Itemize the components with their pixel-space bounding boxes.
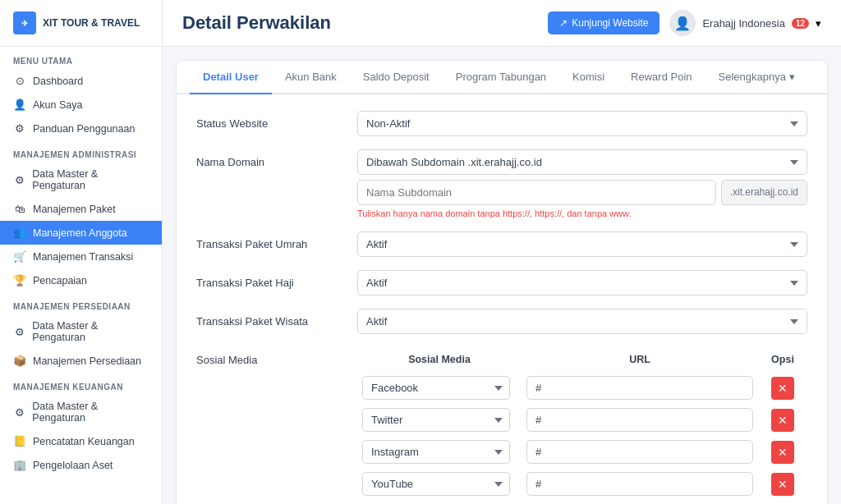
social-media-row: FacebookTwitterInstagramYouTubeLinkedInT…	[357, 468, 807, 500]
achievement-icon: 🏆	[13, 274, 26, 286]
inventory-icon: 📦	[13, 355, 26, 367]
sidebar-item-panduan[interactable]: ⚙ Panduan Penggunaan	[0, 117, 162, 140]
menu-utama-title: MENU UTAMA	[0, 47, 162, 69]
sidebar-item-manajemen-paket[interactable]: 🛍 Manajemen Paket	[0, 197, 162, 221]
external-link-icon: ↗	[559, 17, 568, 29]
notification-badge: 12	[792, 18, 809, 29]
user-info[interactable]: 👤 Erahajj Indonesia 12 ▾	[669, 10, 821, 36]
nama-domain-select[interactable]: Dibawah Subdomain .xit.erahajj.co.id Dom…	[357, 149, 807, 175]
sidebar-item-pencapaian[interactable]: 🏆 Pencapaian	[0, 268, 162, 292]
settings-icon: ⚙	[13, 174, 25, 186]
topbar: Detail Perwakilan ↗ Kunjungi Website 👤 E…	[163, 0, 841, 47]
delete-social-button[interactable]: ✕	[771, 473, 794, 496]
sidebar-item-label: Dashboard	[33, 76, 83, 87]
sidebar-item-pengelolaan-aset[interactable]: 🏢 Pengelolaan Aset	[0, 453, 162, 477]
social-media-row: FacebookTwitterInstagramYouTubeLinkedInT…	[357, 500, 807, 504]
tab-saldo-deposit[interactable]: Saldo Deposit	[350, 61, 443, 94]
visit-btn-label: Kunjungi Website	[572, 17, 648, 29]
social-url-input[interactable]	[526, 408, 753, 432]
chevron-down-icon: ▾	[816, 17, 821, 30]
logo-text: XIT TOUR & TRAVEL	[43, 17, 140, 29]
col-opsi: Opsi	[758, 347, 807, 372]
sidebar-item-manajemen-persediaan[interactable]: 📦 Manajemen Persediaan	[0, 349, 162, 373]
asset-icon: 🏢	[13, 459, 26, 471]
social-media-row: FacebookTwitterInstagramYouTubeLinkedInT…	[357, 372, 807, 404]
transaksi-haji-control: Aktif Non-Aktif	[357, 270, 807, 296]
tab-reward-poin[interactable]: Reward Poin	[618, 61, 705, 94]
sidebar-item-akun-saya[interactable]: 👤 Akun Saya	[0, 93, 162, 117]
subdomain-input[interactable]	[357, 180, 716, 205]
sosial-media-label: Sosial Media	[196, 347, 344, 366]
status-website-control: Non-Aktif Aktif	[357, 111, 807, 136]
social-url-input[interactable]	[526, 472, 753, 496]
social-platform-select[interactable]: FacebookTwitterInstagramYouTubeLinkedInT…	[362, 440, 510, 464]
col-url: URL	[522, 347, 758, 372]
sidebar-item-label: Pencatatan Keuangan	[33, 436, 135, 447]
social-url-input[interactable]	[526, 376, 753, 400]
status-website-row: Status Website Non-Aktif Aktif	[196, 111, 807, 136]
transaksi-umrah-control: Aktif Non-Aktif	[357, 231, 807, 257]
transaksi-umrah-select[interactable]: Aktif Non-Aktif	[357, 231, 807, 257]
sidebar-item-label: Manajemen Anggota	[33, 227, 127, 239]
tab-komisi[interactable]: Komisi	[559, 61, 618, 94]
tab-akun-bank[interactable]: Akun Bank	[272, 61, 350, 94]
page-title: Detail Perwakilan	[182, 12, 331, 34]
content-area: Detail User Akun Bank Saldo Deposit Prog…	[163, 47, 841, 504]
sidebar-item-label: Pengelolaan Aset	[33, 460, 113, 471]
form-body: Status Website Non-Aktif Aktif Nama Doma…	[177, 94, 827, 504]
tab-program-tabungan[interactable]: Program Tabungan	[443, 61, 559, 94]
delete-social-button[interactable]: ✕	[771, 441, 794, 464]
social-media-row: FacebookTwitterInstagramYouTubeLinkedInT…	[357, 436, 807, 468]
user-name: Erahajj Indonesia	[702, 17, 784, 30]
manajemen-keuangan-title: MANAJEMEN KEUANGAN	[0, 373, 162, 395]
social-url-input[interactable]	[526, 440, 753, 464]
nama-domain-row: Nama Domain Dibawah Subdomain .xit.eraha…	[196, 149, 807, 218]
sidebar-item-label: Pencapaian	[33, 275, 87, 286]
transaksi-haji-label: Transaksi Paket Haji	[196, 270, 344, 289]
sidebar-item-label: Manajemen Paket	[33, 204, 116, 215]
transaksi-umrah-label: Transaksi Paket Umrah	[196, 231, 344, 250]
sidebar-item-label: Data Master & Pengaturan	[32, 401, 149, 424]
subdomain-row: .xit.erahajj.co.id	[357, 180, 807, 205]
sidebar-item-label: Manajemen Persediaan	[33, 355, 141, 367]
cart-icon: 🛒	[13, 250, 26, 263]
transaksi-haji-row: Transaksi Paket Haji Aktif Non-Aktif	[196, 270, 807, 296]
transaksi-wisata-select[interactable]: Aktif Non-Aktif	[357, 309, 807, 334]
sidebar-item-manajemen-anggota[interactable]: 👥 Manajemen Anggota	[0, 221, 162, 245]
sidebar-item-dashboard[interactable]: ⊙ Dashboard	[0, 69, 162, 93]
ledger-icon: 📒	[13, 435, 26, 447]
transaksi-umrah-row: Transaksi Paket Umrah Aktif Non-Aktif	[196, 231, 807, 257]
transaksi-wisata-control: Aktif Non-Aktif	[357, 309, 807, 334]
sidebar-item-manajemen-transaksi[interactable]: 🛒 Manajemen Transaksi	[0, 245, 162, 268]
transaksi-haji-select[interactable]: Aktif Non-Aktif	[357, 270, 807, 296]
delete-social-button[interactable]: ✕	[771, 409, 794, 432]
nama-domain-control: Dibawah Subdomain .xit.erahajj.co.id Dom…	[357, 149, 807, 218]
sosial-media-control: Sosial Media URL Opsi FacebookTwitterIns…	[357, 347, 807, 504]
tab-selengkapnya[interactable]: Selengkapnya ▾	[705, 61, 808, 94]
dashboard-icon: ⊙	[13, 75, 26, 87]
avatar: 👤	[669, 10, 696, 36]
logo-icon: ✈	[13, 11, 36, 34]
social-platform-select[interactable]: FacebookTwitterInstagramYouTubeLinkedInT…	[362, 376, 510, 400]
guide-icon: ⚙	[13, 122, 26, 135]
manajemen-persediaan-title: MANAJEMEN PERSEDIAAN	[0, 292, 162, 314]
settings2-icon: ⚙	[13, 326, 25, 338]
main-panel: Detail Perwakilan ↗ Kunjungi Website 👤 E…	[163, 0, 841, 504]
tab-detail-user[interactable]: Detail User	[190, 61, 272, 94]
manajemen-admin-title: MANAJEMEN ADMINISTRASI	[0, 140, 162, 163]
transaksi-wisata-row: Transaksi Paket Wisata Aktif Non-Aktif	[196, 309, 807, 334]
sidebar-item-data-master-persediaan[interactable]: ⚙ Data Master & Pengaturan	[0, 314, 162, 349]
visit-website-button[interactable]: ↗ Kunjungi Website	[548, 11, 659, 34]
sidebar-item-data-master-admin[interactable]: ⚙ Data Master & Pengaturan	[0, 163, 162, 197]
status-website-select[interactable]: Non-Aktif Aktif	[357, 111, 807, 136]
sidebar: ✈ XIT TOUR & TRAVEL MENU UTAMA ⊙ Dashboa…	[0, 0, 163, 504]
subdomain-hint: Tuliskan hanya nama domain tanpa https:/…	[357, 208, 807, 218]
delete-social-button[interactable]: ✕	[771, 377, 794, 400]
social-media-table: Sosial Media URL Opsi FacebookTwitterIns…	[357, 347, 807, 504]
tabs-bar: Detail User Akun Bank Saldo Deposit Prog…	[177, 61, 827, 94]
sidebar-item-data-master-keuangan[interactable]: ⚙ Data Master & Pengaturan	[0, 395, 162, 429]
sidebar-item-pencatatan-keuangan[interactable]: 📒 Pencatatan Keuangan	[0, 429, 162, 453]
topbar-right: ↗ Kunjungi Website 👤 Erahajj Indonesia 1…	[548, 10, 821, 36]
social-platform-select[interactable]: FacebookTwitterInstagramYouTubeLinkedInT…	[362, 472, 510, 496]
social-platform-select[interactable]: FacebookTwitterInstagramYouTubeLinkedInT…	[362, 408, 510, 432]
